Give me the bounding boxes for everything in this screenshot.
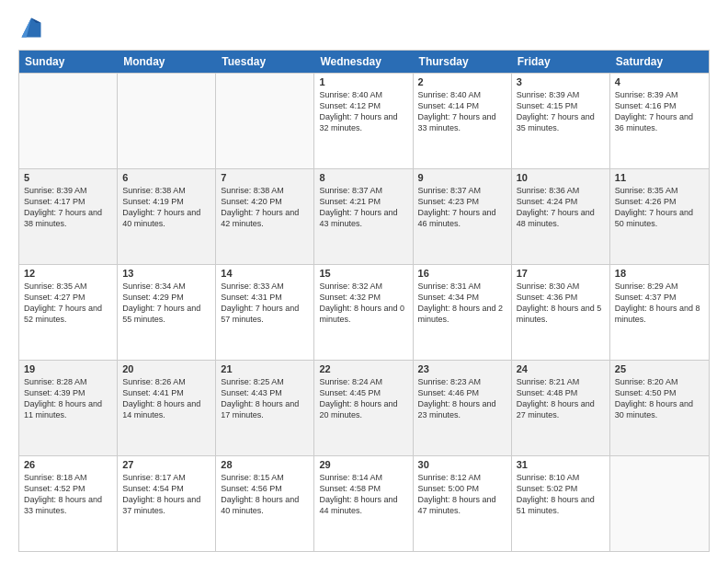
day-number: 6 bbox=[122, 172, 210, 183]
cell-info: Sunrise: 8:37 AMSunset: 4:21 PMDaylight:… bbox=[319, 185, 407, 230]
calendar-cell: 7Sunrise: 8:38 AMSunset: 4:20 PMDaylight… bbox=[216, 169, 314, 264]
day-number: 31 bbox=[517, 459, 605, 470]
day-number: 3 bbox=[517, 76, 605, 87]
calendar-cell: 3Sunrise: 8:39 AMSunset: 4:15 PMDaylight… bbox=[512, 74, 610, 168]
calendar-cell: 15Sunrise: 8:32 AMSunset: 4:32 PMDayligh… bbox=[314, 265, 413, 360]
day-number: 11 bbox=[615, 172, 704, 183]
calendar-cell: 29Sunrise: 8:14 AMSunset: 4:58 PMDayligh… bbox=[314, 456, 413, 551]
cell-info: Sunrise: 8:23 AMSunset: 4:46 PMDaylight:… bbox=[418, 376, 506, 421]
calendar-cell: 2Sunrise: 8:40 AMSunset: 4:14 PMDaylight… bbox=[414, 74, 512, 168]
cell-info: Sunrise: 8:12 AMSunset: 5:00 PMDaylight:… bbox=[418, 472, 506, 517]
cell-info: Sunrise: 8:35 AMSunset: 4:26 PMDaylight:… bbox=[615, 185, 704, 230]
day-number: 30 bbox=[418, 459, 506, 470]
calendar-cell: 11Sunrise: 8:35 AMSunset: 4:26 PMDayligh… bbox=[610, 169, 709, 264]
weekday-header: Sunday bbox=[19, 51, 118, 73]
weekday-header: Friday bbox=[512, 51, 610, 73]
calendar-header: SundayMondayTuesdayWednesdayThursdayFrid… bbox=[19, 51, 709, 73]
cell-info: Sunrise: 8:35 AMSunset: 4:27 PMDaylight:… bbox=[24, 281, 112, 326]
cell-info: Sunrise: 8:10 AMSunset: 5:02 PMDaylight:… bbox=[517, 472, 605, 517]
calendar-cell: 14Sunrise: 8:33 AMSunset: 4:31 PMDayligh… bbox=[216, 265, 314, 360]
calendar-cell: 27Sunrise: 8:17 AMSunset: 4:54 PMDayligh… bbox=[118, 456, 216, 551]
calendar-cell: 24Sunrise: 8:21 AMSunset: 4:48 PMDayligh… bbox=[512, 361, 610, 455]
day-number: 20 bbox=[122, 363, 210, 374]
calendar: SundayMondayTuesdayWednesdayThursdayFrid… bbox=[18, 50, 710, 552]
calendar-cell: 4Sunrise: 8:39 AMSunset: 4:16 PMDaylight… bbox=[610, 74, 709, 168]
day-number: 9 bbox=[418, 172, 506, 183]
cell-info: Sunrise: 8:31 AMSunset: 4:34 PMDaylight:… bbox=[418, 281, 506, 326]
calendar-row: 12Sunrise: 8:35 AMSunset: 4:27 PMDayligh… bbox=[19, 264, 709, 360]
calendar-cell: 18Sunrise: 8:29 AMSunset: 4:37 PMDayligh… bbox=[610, 265, 709, 360]
calendar-cell bbox=[19, 74, 118, 168]
day-number: 15 bbox=[319, 268, 407, 279]
calendar-cell: 17Sunrise: 8:30 AMSunset: 4:36 PMDayligh… bbox=[512, 265, 610, 360]
calendar-cell: 22Sunrise: 8:24 AMSunset: 4:45 PMDayligh… bbox=[314, 361, 413, 455]
cell-info: Sunrise: 8:39 AMSunset: 4:16 PMDaylight:… bbox=[615, 89, 704, 134]
calendar-cell bbox=[118, 74, 216, 168]
calendar-cell bbox=[610, 456, 709, 551]
weekday-header: Monday bbox=[118, 51, 216, 73]
day-number: 10 bbox=[517, 172, 605, 183]
cell-info: Sunrise: 8:34 AMSunset: 4:29 PMDaylight:… bbox=[122, 281, 210, 326]
day-number: 24 bbox=[517, 363, 605, 374]
calendar-cell: 21Sunrise: 8:25 AMSunset: 4:43 PMDayligh… bbox=[216, 361, 314, 455]
calendar-cell bbox=[216, 74, 314, 168]
calendar-cell: 16Sunrise: 8:31 AMSunset: 4:34 PMDayligh… bbox=[414, 265, 512, 360]
weekday-header: Wednesday bbox=[314, 51, 413, 73]
calendar-row: 19Sunrise: 8:28 AMSunset: 4:39 PMDayligh… bbox=[19, 360, 709, 455]
day-number: 14 bbox=[221, 268, 309, 279]
weekday-header: Saturday bbox=[610, 51, 709, 73]
day-number: 12 bbox=[24, 268, 112, 279]
calendar-cell: 25Sunrise: 8:20 AMSunset: 4:50 PMDayligh… bbox=[610, 361, 709, 455]
calendar-cell: 8Sunrise: 8:37 AMSunset: 4:21 PMDaylight… bbox=[314, 169, 413, 264]
calendar-cell: 19Sunrise: 8:28 AMSunset: 4:39 PMDayligh… bbox=[19, 361, 118, 455]
cell-info: Sunrise: 8:18 AMSunset: 4:52 PMDaylight:… bbox=[24, 472, 112, 517]
weekday-header: Tuesday bbox=[216, 51, 314, 73]
cell-info: Sunrise: 8:30 AMSunset: 4:36 PMDaylight:… bbox=[517, 281, 605, 326]
calendar-cell: 13Sunrise: 8:34 AMSunset: 4:29 PMDayligh… bbox=[118, 265, 216, 360]
day-number: 5 bbox=[24, 172, 112, 183]
cell-info: Sunrise: 8:21 AMSunset: 4:48 PMDaylight:… bbox=[517, 376, 605, 421]
cell-info: Sunrise: 8:36 AMSunset: 4:24 PMDaylight:… bbox=[517, 185, 605, 230]
cell-info: Sunrise: 8:14 AMSunset: 4:58 PMDaylight:… bbox=[319, 472, 407, 517]
day-number: 7 bbox=[221, 172, 309, 183]
calendar-cell: 1Sunrise: 8:40 AMSunset: 4:12 PMDaylight… bbox=[314, 74, 413, 168]
calendar-cell: 23Sunrise: 8:23 AMSunset: 4:46 PMDayligh… bbox=[414, 361, 512, 455]
cell-info: Sunrise: 8:26 AMSunset: 4:41 PMDaylight:… bbox=[122, 376, 210, 421]
calendar-row: 1Sunrise: 8:40 AMSunset: 4:12 PMDaylight… bbox=[19, 73, 709, 168]
day-number: 8 bbox=[319, 172, 407, 183]
day-number: 2 bbox=[418, 76, 506, 87]
cell-info: Sunrise: 8:39 AMSunset: 4:15 PMDaylight:… bbox=[517, 89, 605, 134]
logo-icon bbox=[18, 15, 44, 40]
day-number: 16 bbox=[418, 268, 506, 279]
day-number: 21 bbox=[221, 363, 309, 374]
cell-info: Sunrise: 8:24 AMSunset: 4:45 PMDaylight:… bbox=[319, 376, 407, 421]
calendar-cell: 5Sunrise: 8:39 AMSunset: 4:17 PMDaylight… bbox=[19, 169, 118, 264]
page: SundayMondayTuesdayWednesdayThursdayFrid… bbox=[0, 0, 728, 563]
cell-info: Sunrise: 8:20 AMSunset: 4:50 PMDaylight:… bbox=[615, 376, 704, 421]
calendar-row: 5Sunrise: 8:39 AMSunset: 4:17 PMDaylight… bbox=[19, 168, 709, 264]
calendar-cell: 28Sunrise: 8:15 AMSunset: 4:56 PMDayligh… bbox=[216, 456, 314, 551]
cell-info: Sunrise: 8:38 AMSunset: 4:20 PMDaylight:… bbox=[221, 185, 309, 230]
calendar-cell: 12Sunrise: 8:35 AMSunset: 4:27 PMDayligh… bbox=[19, 265, 118, 360]
day-number: 22 bbox=[319, 363, 407, 374]
day-number: 29 bbox=[319, 459, 407, 470]
cell-info: Sunrise: 8:39 AMSunset: 4:17 PMDaylight:… bbox=[24, 185, 112, 230]
calendar-cell: 6Sunrise: 8:38 AMSunset: 4:19 PMDaylight… bbox=[118, 169, 216, 264]
cell-info: Sunrise: 8:28 AMSunset: 4:39 PMDaylight:… bbox=[24, 376, 112, 421]
calendar-cell: 10Sunrise: 8:36 AMSunset: 4:24 PMDayligh… bbox=[512, 169, 610, 264]
day-number: 18 bbox=[615, 268, 704, 279]
weekday-header: Thursday bbox=[414, 51, 512, 73]
calendar-body: 1Sunrise: 8:40 AMSunset: 4:12 PMDaylight… bbox=[19, 73, 709, 551]
day-number: 27 bbox=[122, 459, 210, 470]
day-number: 19 bbox=[24, 363, 112, 374]
day-number: 26 bbox=[24, 459, 112, 470]
calendar-row: 26Sunrise: 8:18 AMSunset: 4:52 PMDayligh… bbox=[19, 455, 709, 551]
day-number: 17 bbox=[517, 268, 605, 279]
day-number: 13 bbox=[122, 268, 210, 279]
cell-info: Sunrise: 8:40 AMSunset: 4:14 PMDaylight:… bbox=[418, 89, 506, 134]
day-number: 4 bbox=[615, 76, 704, 87]
cell-info: Sunrise: 8:25 AMSunset: 4:43 PMDaylight:… bbox=[221, 376, 309, 421]
cell-info: Sunrise: 8:32 AMSunset: 4:32 PMDaylight:… bbox=[319, 281, 407, 326]
cell-info: Sunrise: 8:15 AMSunset: 4:56 PMDaylight:… bbox=[221, 472, 309, 517]
cell-info: Sunrise: 8:29 AMSunset: 4:37 PMDaylight:… bbox=[615, 281, 704, 326]
